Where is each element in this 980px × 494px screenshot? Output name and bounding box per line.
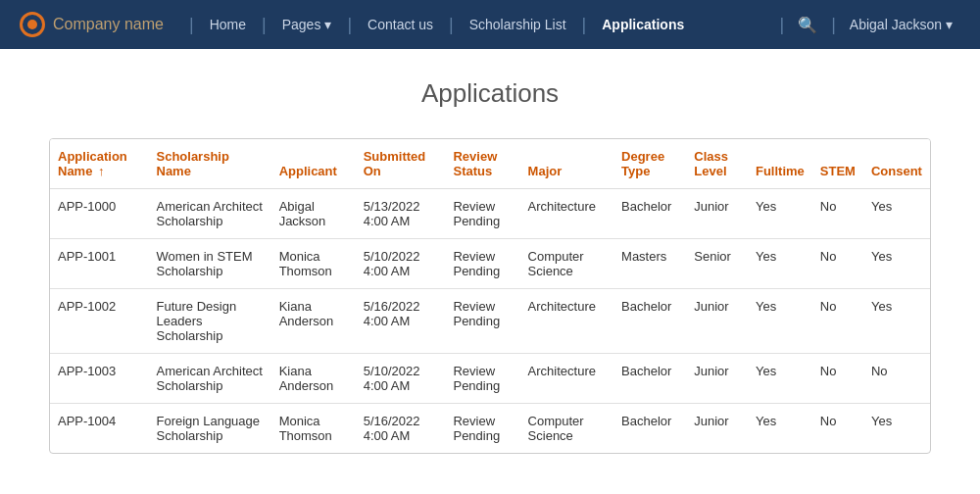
divider-5: |: [582, 15, 587, 35]
divider-7: |: [831, 15, 836, 35]
col-fulltime[interactable]: Fulltime: [748, 139, 812, 189]
cell-review_status: Review Pending: [445, 189, 519, 239]
cell-app_name: APP-1002: [50, 289, 149, 354]
cell-class_level: Senior: [686, 239, 748, 289]
col-major[interactable]: Major: [520, 139, 613, 189]
cell-scholarship_name: Foreign Language Scholarship: [149, 404, 271, 454]
cell-degree_type: Bachelor: [613, 189, 686, 239]
table-row: APP-1004Foreign Language ScholarshipMoni…: [50, 404, 930, 454]
cell-review_status: Review Pending: [445, 289, 519, 354]
cell-app_name: APP-1003: [50, 354, 149, 404]
page-title: Applications: [39, 78, 941, 109]
cell-scholarship_name: American Architect Scholarship: [149, 354, 271, 404]
cell-stem: No: [812, 289, 863, 354]
cell-app_name: APP-1004: [50, 404, 149, 454]
col-app-name[interactable]: Application Name ↑: [50, 139, 149, 189]
table-header: Application Name ↑ Scholarship Name Appl…: [50, 139, 930, 189]
cell-fulltime: Yes: [748, 354, 812, 404]
cell-app_name: APP-1001: [50, 239, 149, 289]
col-applicant[interactable]: Applicant: [271, 139, 356, 189]
cell-scholarship_name: Future Design Leaders Scholarship: [149, 289, 271, 354]
cell-stem: No: [812, 404, 863, 454]
divider-4: |: [449, 15, 454, 35]
cell-consent: Yes: [863, 189, 930, 239]
cell-consent: Yes: [863, 239, 930, 289]
cell-degree_type: Masters: [613, 239, 686, 289]
cell-degree_type: Bachelor: [613, 354, 686, 404]
col-scholarship-name[interactable]: Scholarship Name: [149, 139, 271, 189]
cell-applicant: Monica Thomson: [271, 404, 356, 454]
cell-major: Architecture: [520, 354, 613, 404]
table-row: APP-1000American Architect ScholarshipAb…: [50, 189, 930, 239]
cell-submitted_on: 5/16/2022 4:00 AM: [356, 289, 446, 354]
col-stem[interactable]: STEM: [812, 139, 863, 189]
cell-app_name: APP-1000: [50, 189, 149, 239]
brand-icon-inner: [27, 20, 37, 29]
sort-icon: ↑: [98, 164, 105, 178]
pages-dropdown-icon: ▾: [324, 17, 331, 32]
cell-major: Computer Science: [520, 239, 613, 289]
col-review-status[interactable]: Review Status: [445, 139, 519, 189]
cell-major: Architecture: [520, 189, 613, 239]
navbar: Company name | Home | Pages ▾ | Contact …: [0, 0, 980, 49]
cell-review_status: Review Pending: [445, 404, 519, 454]
applications-table: Application Name ↑ Scholarship Name Appl…: [50, 139, 930, 453]
table-row: APP-1002Future Design Leaders Scholarshi…: [50, 289, 930, 354]
cell-review_status: Review Pending: [445, 239, 519, 289]
cell-submitted_on: 5/16/2022 4:00 AM: [356, 404, 446, 454]
cell-applicant: Monica Thomson: [271, 239, 356, 289]
user-dropdown-icon: ▾: [946, 17, 953, 32]
cell-submitted_on: 5/10/2022 4:00 AM: [356, 354, 446, 404]
cell-class_level: Junior: [686, 189, 748, 239]
cell-scholarship_name: Women in STEM Scholarship: [149, 239, 271, 289]
nav-right: | 🔍 | Abigal Jackson ▾: [773, 15, 960, 35]
divider-6: |: [779, 15, 784, 35]
user-menu[interactable]: Abigal Jackson ▾: [842, 17, 960, 32]
cell-submitted_on: 5/10/2022 4:00 AM: [356, 239, 446, 289]
cell-applicant: Kiana Anderson: [271, 289, 356, 354]
brand-name: Company name: [53, 16, 164, 33]
cell-stem: No: [812, 189, 863, 239]
cell-degree_type: Bachelor: [613, 404, 686, 454]
cell-fulltime: Yes: [748, 289, 812, 354]
cell-fulltime: Yes: [748, 239, 812, 289]
nav-contact[interactable]: Contact us: [358, 17, 443, 32]
cell-consent: Yes: [863, 404, 930, 454]
cell-major: Computer Science: [520, 404, 613, 454]
cell-applicant: Kiana Anderson: [271, 354, 356, 404]
cell-fulltime: Yes: [748, 189, 812, 239]
nav-pages[interactable]: Pages ▾: [272, 17, 342, 32]
cell-stem: No: [812, 354, 863, 404]
nav-applications[interactable]: Applications: [592, 17, 694, 32]
cell-applicant: Abigal Jackson: [271, 189, 356, 239]
table-row: APP-1003American Architect ScholarshipKi…: [50, 354, 930, 404]
nav-home[interactable]: Home: [200, 17, 256, 32]
col-degree-type[interactable]: Degree Type: [613, 139, 686, 189]
table-body: APP-1000American Architect ScholarshipAb…: [50, 189, 930, 454]
cell-review_status: Review Pending: [445, 354, 519, 404]
brand[interactable]: Company name: [20, 12, 164, 37]
cell-major: Architecture: [520, 289, 613, 354]
divider-1: |: [189, 15, 194, 35]
cell-class_level: Junior: [686, 354, 748, 404]
cell-submitted_on: 5/13/2022 4:00 AM: [356, 189, 446, 239]
col-submitted-on[interactable]: Submitted On: [356, 139, 446, 189]
col-consent[interactable]: Consent: [863, 139, 930, 189]
page-content: Applications Application Name ↑ Scholars…: [0, 49, 980, 483]
header-row: Application Name ↑ Scholarship Name Appl…: [50, 139, 930, 189]
table-row: APP-1001Women in STEM ScholarshipMonica …: [50, 239, 930, 289]
cell-consent: Yes: [863, 289, 930, 354]
cell-degree_type: Bachelor: [613, 289, 686, 354]
divider-2: |: [262, 15, 267, 35]
user-name: Abigal Jackson: [850, 17, 942, 32]
col-class-level[interactable]: Class Level: [686, 139, 748, 189]
cell-fulltime: Yes: [748, 404, 812, 454]
brand-icon: [20, 12, 45, 37]
cell-stem: No: [812, 239, 863, 289]
cell-class_level: Junior: [686, 404, 748, 454]
cell-consent: No: [863, 354, 930, 404]
nav-scholarship[interactable]: Scholarship List: [460, 17, 576, 32]
cell-class_level: Junior: [686, 289, 748, 354]
divider-3: |: [347, 15, 352, 35]
search-icon[interactable]: 🔍: [790, 16, 825, 34]
